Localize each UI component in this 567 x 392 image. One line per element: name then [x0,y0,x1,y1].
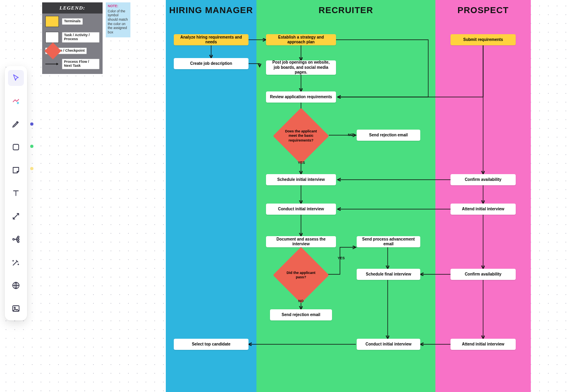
lane-title-prospect: PROSPECT [435,0,531,15]
tool-ai[interactable] [8,93,24,109]
shape-color-indicator [30,145,33,148]
node-text: Analyze hiring requirements and needs [177,35,245,45]
node-rc-schedfinal[interactable]: Schedule final interview [357,269,420,280]
node-rc-advance[interactable]: Send process advancement email [357,236,420,247]
flow-swatch [45,61,59,67]
node-text: Send rejection email [282,312,320,318]
legend-title: LEGEND: [42,2,103,14]
node-hm-select[interactable]: Select top candidate [174,339,249,350]
left-toolbar [5,66,27,320]
node-rc-reject2[interactable]: Send rejection email [270,309,332,320]
ai-sparkle-icon [11,96,21,106]
node-text: Send process advancement email [360,237,417,247]
note-body: Color of the symbol should match the col… [108,9,128,35]
node-text: Conduct initial interview [278,207,324,212]
lane-title-hiring-manager: HIRING MANAGER [166,0,256,15]
tool-select[interactable] [8,70,24,86]
node-rc-decision1[interactable]: Does the applicant meet the basic requir… [273,108,329,164]
edge-label-yes2: YES [338,256,345,260]
svg-rect-0 [13,144,19,150]
tool-embed[interactable] [8,278,24,293]
tool-image[interactable] [8,301,24,316]
node-rc-conduct1[interactable]: Conduct initial interview [266,204,336,215]
node-pr-attend1[interactable]: Attend initial interview [450,204,516,215]
pen-icon [11,119,21,129]
node-rc-review[interactable]: Review application requirements [266,91,336,103]
node-text: Document and assess the interview [269,237,333,247]
tool-shape[interactable] [8,139,24,155]
magic-wand-icon [11,258,21,267]
image-icon [11,304,21,313]
node-rc-conductfinal[interactable]: Conduct initial interview [357,339,420,350]
legend-panel[interactable]: LEGEND: Terminals Task / Activity / Proc… [42,2,103,74]
node-hm-jobdesc[interactable]: Create job description [174,58,249,69]
tool-draw[interactable] [8,116,24,132]
legend-row-terminals: Terminals [42,14,103,29]
draw-color-indicator [30,122,33,126]
lane-prospect[interactable]: PROSPECT [435,0,531,392]
edge-label-yes1: YES [298,161,305,165]
globe-icon [11,281,21,290]
tool-magic[interactable] [8,254,24,270]
node-pr-confirm1[interactable]: Confirm availability [450,174,516,185]
legend-label: Terminals [62,18,83,25]
node-rc-post[interactable]: Post job openings on website, job boards… [266,60,336,75]
tool-sticky[interactable] [8,162,24,178]
mindmap-icon [11,235,21,244]
node-text: Create job description [190,61,232,66]
legend-label: Task / Activity / Process [62,32,99,43]
legend-label: Process Flow / Next Task [62,59,99,69]
sticky-color-indicator [30,167,33,170]
node-rc-reject1[interactable]: Send rejection email [357,130,420,141]
node-rc-decision2[interactable]: Did the applicant pass? [273,247,329,303]
edge-label-no1: NO [348,133,353,137]
lane-title-recruiter: RECRUITER [256,0,435,15]
node-text: Establish a strategy and approach plan [269,35,333,45]
node-text: Schedule initial interview [277,177,324,182]
node-pr-confirm2[interactable]: Confirm availability [450,269,516,280]
svg-point-7 [14,307,16,309]
node-hm-analyze[interactable]: Analyze hiring requirements and needs [174,34,249,45]
legend-row-flow: Process Flow / Next Task [42,56,103,72]
lane-recruiter[interactable]: RECRUITER [256,0,435,392]
node-text: Attend initial interview [462,342,505,347]
tool-connector[interactable] [8,208,24,224]
node-pr-submit[interactable]: Submit requirements [450,34,516,45]
node-text: Did the applicant pass? [273,247,329,303]
node-text: Submit requirements [463,37,503,43]
cursor-icon [11,73,21,83]
node-pr-attend2[interactable]: Attend initial interview [450,339,516,350]
sticky-note-icon [11,165,21,175]
legend-row-decision: Decision / Checkpoint [42,45,103,56]
node-text: Review application requirements [270,95,332,100]
edge-label-no2: NO [298,299,304,303]
swimlanes: HIRING MANAGER RECRUITER PROSPECT [166,0,567,392]
node-text: Conduct initial interview [365,342,412,347]
tool-text[interactable] [8,185,24,201]
node-text: Does the applicant meet the basic requir… [273,108,329,164]
text-icon [11,188,21,198]
terminal-swatch [45,16,59,27]
task-swatch [45,32,59,43]
connector-icon [11,212,21,221]
node-text: Select top candidate [192,342,230,347]
tool-mindmap[interactable] [8,231,24,247]
node-rc-strategy[interactable]: Establish a strategy and approach plan [266,34,336,45]
node-text: Confirm availability [465,272,501,277]
note-sticky[interactable]: NOTE: Color of the symbol should match t… [106,2,130,37]
node-text: Schedule final interview [366,272,411,277]
node-text: Confirm availability [465,177,501,182]
node-text: Post job openings on website, job boards… [269,60,333,75]
node-rc-sched1[interactable]: Schedule initial interview [266,174,336,185]
node-text: Send rejection email [369,133,408,138]
square-icon [11,142,21,152]
node-rc-assess[interactable]: Document and assess the interview [266,236,336,247]
note-title: NOTE: [108,4,128,8]
legend-row-task: Task / Activity / Process [42,29,103,45]
node-text: Attend initial interview [462,207,505,212]
